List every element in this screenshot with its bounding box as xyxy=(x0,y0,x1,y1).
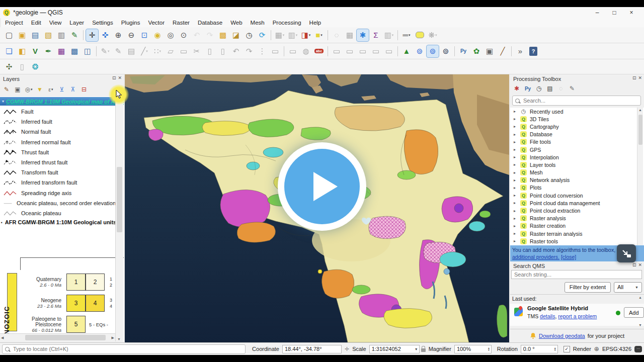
new-geopackage-layer[interactable]: ✒ xyxy=(42,45,54,57)
expand-arrow-icon[interactable]: ▸ xyxy=(514,124,517,129)
processing-close-icon[interactable]: ✕ xyxy=(638,75,642,80)
delete-selected[interactable]: ▭ xyxy=(178,45,190,57)
processing-search[interactable] xyxy=(512,96,641,106)
open-attribute-table[interactable]: ▦ xyxy=(344,29,356,41)
layers-panel-close-icon[interactable]: ✕ xyxy=(118,75,122,80)
grass-tools[interactable]: ▲ xyxy=(400,45,413,57)
expand-arrow-icon[interactable]: ▸ xyxy=(514,155,517,159)
lock-icon[interactable] xyxy=(421,348,426,352)
highlight-labels[interactable]: ▭ xyxy=(344,45,356,57)
statistical-summary[interactable]: Σ xyxy=(370,29,382,41)
expand-arrow-icon[interactable]: ▸ xyxy=(514,216,517,221)
layer-item[interactable]: Inferred normal fault xyxy=(0,137,116,147)
zoom-next[interactable]: ↷ xyxy=(204,29,216,41)
save-layer-edits[interactable]: ▤ xyxy=(125,45,137,57)
toolbox-group-recently-used[interactable]: ▸◷Recently used xyxy=(510,108,644,115)
python-console[interactable]: Py xyxy=(457,45,469,57)
scroll-down-icon[interactable]: ▼ xyxy=(117,337,121,341)
processing-scrollbar[interactable]: ▲ xyxy=(637,108,643,245)
qms-globe[interactable]: ❂ xyxy=(29,61,41,73)
map-tips[interactable] xyxy=(414,29,426,41)
new-map-view[interactable]: ▦▾ xyxy=(274,29,286,41)
new-bookmark[interactable]: ▩ xyxy=(217,29,229,41)
locator-input[interactable] xyxy=(12,345,225,352)
qms-search-input[interactable] xyxy=(511,270,642,279)
layer-item[interactable]: Inferred fault xyxy=(0,117,116,127)
notification-close-link[interactable]: [close] xyxy=(561,254,576,260)
menu-help[interactable]: Help xyxy=(305,19,326,26)
toolbar-overflow[interactable]: » xyxy=(514,45,526,57)
toolbox-group-cartography[interactable]: ▸QCartography xyxy=(510,123,644,130)
annotations-toolbar[interactable]: ❋▾ xyxy=(427,29,439,41)
expand-arrow-icon[interactable]: ▸ xyxy=(514,170,517,175)
new-project[interactable]: ▢ xyxy=(3,29,15,41)
expand-arrow-icon[interactable]: ▸ xyxy=(514,147,517,152)
open-layer-styling[interactable]: ✎ xyxy=(2,84,12,95)
layers-horizontal-scrollbar[interactable]: ◀ ▶ xyxy=(0,333,115,341)
menu-edit[interactable]: Edit xyxy=(27,19,45,26)
open-project[interactable]: ▣ xyxy=(16,29,28,41)
select-features[interactable]: ◌ xyxy=(331,29,343,41)
coordinate-input[interactable] xyxy=(282,345,342,353)
osm-place-search[interactable]: ▭ xyxy=(269,45,281,57)
mouse-extents-icon[interactable]: ✛ xyxy=(345,346,349,352)
modify-attributes[interactable]: ▱ xyxy=(165,45,177,57)
filter-by-extent-button[interactable]: Filter by extent xyxy=(565,282,611,293)
model-designer[interactable]: ✱ xyxy=(512,83,522,94)
toggle-editing[interactable]: ✎▾ xyxy=(99,45,111,57)
menu-settings[interactable]: Settings xyxy=(88,19,117,26)
qgis-hub-globe[interactable]: ⊚ xyxy=(440,45,452,57)
toolbox-group-mesh[interactable]: ▸QMesh xyxy=(510,169,644,176)
expand-arrow-icon[interactable]: ▸ xyxy=(514,178,517,183)
layer-item[interactable]: Transform fault xyxy=(0,167,116,177)
new-virtual-layer[interactable]: ▦ xyxy=(55,45,67,57)
magnifier-input[interactable] xyxy=(454,345,492,353)
expand-icon[interactable]: ▾ xyxy=(2,99,4,104)
remove-layer[interactable]: ⊟ xyxy=(79,84,89,95)
show-bookmarks[interactable]: ◪ xyxy=(230,29,242,41)
scrollbar-thumb[interactable] xyxy=(117,167,122,232)
vertex-tool[interactable]: ∷▾ xyxy=(151,45,164,57)
spinner-arrows-icon[interactable]: ▲▼ xyxy=(554,347,556,351)
menu-view[interactable]: View xyxy=(45,19,66,26)
scale-combo[interactable] xyxy=(369,345,420,353)
layout-manager[interactable]: ▥ xyxy=(55,29,67,41)
rotate-label[interactable]: ▭ xyxy=(370,45,382,57)
results-viewer[interactable]: ▤ xyxy=(545,83,555,94)
help-whats-this[interactable]: ? xyxy=(527,45,539,57)
web-globe-active[interactable]: ⊚ xyxy=(427,45,439,57)
vector-tools-hammer[interactable]: ╱ xyxy=(497,45,509,57)
menu-processing[interactable]: Processing xyxy=(269,19,305,26)
history[interactable]: ◷ xyxy=(534,83,544,94)
toolbox-group-database[interactable]: ▸QDatabase xyxy=(510,131,644,138)
menu-project[interactable]: Project xyxy=(1,19,27,26)
expand-arrow-icon[interactable]: ▸ xyxy=(514,239,517,243)
expand-arrow-icon[interactable]: ▸ xyxy=(514,231,517,236)
processing-options[interactable]: ✎ xyxy=(567,83,577,94)
expand-arrow-icon[interactable]: ▸ xyxy=(514,186,517,190)
layers-vertical-scrollbar[interactable]: ▲ ▼ xyxy=(115,97,123,341)
menu-database[interactable]: Database xyxy=(194,19,226,26)
expand-all[interactable]: ⊻ xyxy=(57,84,67,95)
filter-by-expression[interactable]: ε▾ xyxy=(46,84,56,95)
layer-item[interactable]: Inferred transform fault xyxy=(0,177,116,188)
service-list-item[interactable]: Google Satellite Hybrid TMS details, rep… xyxy=(510,304,644,326)
processing-search-input[interactable] xyxy=(522,97,625,104)
search-layouts[interactable]: ▣ xyxy=(484,45,496,57)
pip-overlay-icon[interactable] xyxy=(617,244,636,262)
scroll-up-icon[interactable]: ▲ xyxy=(638,108,642,112)
qms-scrollbar[interactable]: ▲ ▼ xyxy=(638,296,643,327)
save-project[interactable]: ▤ xyxy=(29,29,41,41)
expand-arrow-icon[interactable]: ▸ xyxy=(514,117,517,121)
crs-badge[interactable]: EPSG:4326 xyxy=(602,346,631,352)
layers-panel-float-icon[interactable]: ⊡ xyxy=(112,75,116,80)
minimize-button[interactable]: – xyxy=(589,7,606,18)
toolbox-group-raster-creation[interactable]: ▸QRaster creation xyxy=(510,222,644,230)
scroll-right-icon[interactable]: ▶ xyxy=(112,336,114,340)
pin-labels[interactable]: ▭ xyxy=(331,45,343,57)
spinner-arrows-icon[interactable]: ▲▼ xyxy=(488,347,490,351)
additional-providers-link[interactable]: additional providers. xyxy=(512,254,559,260)
scrollbar-thumb[interactable] xyxy=(638,115,642,145)
expand-arrow-icon[interactable]: ▸ xyxy=(514,109,517,114)
text-annotation[interactable]: ■▾ xyxy=(313,29,325,41)
